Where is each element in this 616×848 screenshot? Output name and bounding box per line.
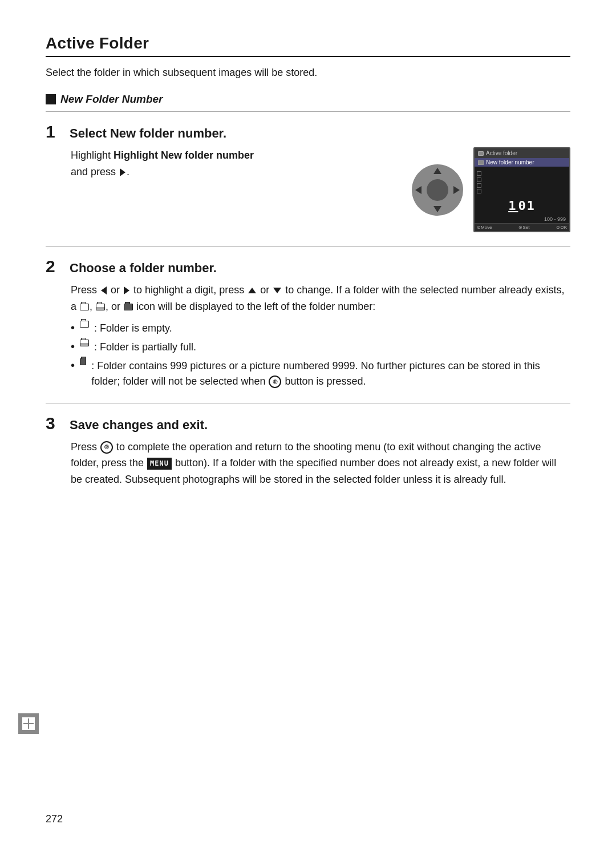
dpad-inner bbox=[427, 179, 448, 201]
bullet-2: : Folder is partially full. bbox=[71, 340, 570, 355]
step-2-title: Choose a folder number. bbox=[70, 261, 217, 276]
step-1-text: Highlight Highlight New folder number an… bbox=[71, 147, 395, 180]
bullet-2-icon bbox=[80, 340, 89, 346]
bullet-1-icon bbox=[80, 321, 89, 328]
step-1-and-press: and press bbox=[71, 166, 116, 177]
lcd-header: Active folder bbox=[475, 148, 569, 158]
step-1-camera-wrapper: Active folder New folder number bbox=[412, 147, 570, 232]
lcd-row-1-icon bbox=[478, 160, 484, 165]
lcd-row-1: New folder number bbox=[475, 158, 569, 167]
bullet-3: : Folder contains 999 pictures or a pict… bbox=[71, 358, 570, 389]
page-number: 272 bbox=[46, 813, 63, 825]
step-3-header: 3 Save changes and exit. bbox=[46, 414, 570, 433]
step-2-content: Press or to highlight a digit, press or … bbox=[46, 282, 570, 389]
side-icon-cell-4 bbox=[29, 724, 34, 729]
ok-circle-icon: ® bbox=[269, 375, 281, 388]
side-icon-inner bbox=[22, 717, 35, 730]
step-3-number: 3 bbox=[46, 414, 62, 433]
step-1-content: Highlight Highlight New folder number an… bbox=[46, 147, 570, 232]
step-2-or1: or bbox=[111, 284, 120, 296]
step-3-title: Save changes and exit. bbox=[70, 418, 208, 433]
section-heading-label: New Folder Number bbox=[60, 93, 163, 106]
side-icon bbox=[18, 713, 39, 734]
lcd-header-icon bbox=[478, 151, 484, 156]
step-1-header: 1 Select New folder number. bbox=[46, 122, 570, 142]
bullet-2-text: : Folder is partially full. bbox=[94, 340, 196, 355]
folder-full-icon bbox=[124, 304, 133, 310]
bullet-1-text: : Folder is empty. bbox=[94, 321, 172, 336]
side-icon-cell-1 bbox=[23, 718, 28, 723]
lcd-range: 100 - 999 bbox=[475, 216, 569, 223]
arrow-down-icon bbox=[273, 288, 281, 293]
dpad-left-arrow bbox=[415, 186, 422, 194]
step-2: 2 Choose a folder number. Press or to hi… bbox=[46, 257, 570, 389]
arrow-right-icon-2 bbox=[124, 286, 129, 294]
page-title: Active Folder bbox=[46, 34, 570, 53]
step-2-header: 2 Choose a folder number. bbox=[46, 257, 570, 276]
section-rule bbox=[46, 111, 570, 112]
dpad bbox=[412, 164, 463, 216]
dpad-right-arrow bbox=[453, 186, 460, 194]
step-2-bullets: : Folder is empty. : Folder is partially… bbox=[71, 321, 570, 389]
lcd-row-1-label: New folder number bbox=[486, 159, 534, 165]
folder-empty-icon bbox=[80, 304, 89, 310]
step-2-divider bbox=[46, 403, 570, 403]
side-icon-cell-2 bbox=[29, 718, 34, 723]
menu-button-label: MENU bbox=[147, 458, 172, 470]
folder-partial-icon bbox=[96, 304, 105, 310]
step-1-highlight: Highlight Highlight New folder number an… bbox=[71, 147, 570, 232]
side-icon-cell-3 bbox=[23, 724, 28, 729]
step-2-or2: or bbox=[260, 284, 269, 296]
section-icon bbox=[46, 94, 56, 104]
step-3-body: Press ® to complete the operation and re… bbox=[71, 439, 570, 488]
lcd-footer-ok: ⊙OK bbox=[556, 225, 567, 230]
step-2-or3: or bbox=[111, 301, 120, 312]
step-2-number: 2 bbox=[46, 257, 62, 276]
ok-circle-icon-2: ® bbox=[100, 441, 113, 454]
step-1: 1 Select New folder number. Highlight Hi… bbox=[46, 122, 570, 232]
lcd-footer-move: ⊙Move bbox=[477, 225, 492, 230]
arrow-right-icon bbox=[120, 168, 125, 176]
step-1-divider bbox=[46, 246, 570, 247]
lcd-header-label: Active folder bbox=[486, 150, 517, 156]
lcd-footer-set: ⊙Set bbox=[518, 225, 529, 230]
step-1-body: Highlight Highlight New folder number an… bbox=[71, 147, 395, 180]
dpad-down-arrow bbox=[433, 206, 441, 212]
step-3-content: Press ® to complete the operation and re… bbox=[46, 439, 570, 488]
bullet-3-text: : Folder contains 999 pictures or a pict… bbox=[91, 358, 570, 389]
camera-lcd: Active folder New folder number bbox=[473, 147, 570, 232]
lcd-footer: ⊙Move ⊙Set ⊙OK bbox=[475, 223, 569, 231]
section-heading: New Folder Number bbox=[46, 93, 570, 106]
step-2-body: Press or to highlight a digit, press or … bbox=[71, 282, 570, 315]
lcd-main-area: 101 bbox=[475, 195, 569, 216]
step-1-bold: Highlight New folder number bbox=[114, 150, 254, 161]
step-1-title: Select New folder number. bbox=[70, 126, 226, 141]
title-divider bbox=[46, 56, 570, 57]
arrow-left-icon bbox=[101, 286, 107, 294]
dpad-up-arrow bbox=[433, 168, 441, 174]
bullet-1: : Folder is empty. bbox=[71, 321, 570, 336]
arrow-up-icon bbox=[248, 288, 256, 293]
step-3: 3 Save changes and exit. Press ® to comp… bbox=[46, 414, 570, 488]
lcd-folder-number: 101 bbox=[479, 199, 565, 213]
bullet-3-icon bbox=[80, 358, 86, 365]
intro-text: Select the folder in which subsequent im… bbox=[46, 65, 570, 80]
step-1-number: 1 bbox=[46, 122, 62, 142]
